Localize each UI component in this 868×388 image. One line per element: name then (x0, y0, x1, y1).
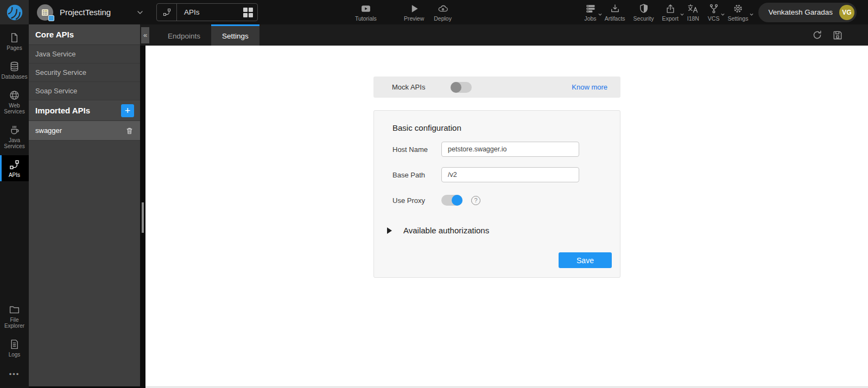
chevron-down-icon (749, 12, 754, 17)
core-apis-header: Core APIs (29, 24, 140, 45)
deploy-button[interactable]: Deploy (430, 3, 455, 22)
api-sidebar: Core APIs Java Service Security Service … (29, 24, 140, 386)
sidebar-item-security-service[interactable]: Security Service (29, 63, 140, 82)
basic-configuration-card: Basic configuration Host Name Base Path … (373, 110, 620, 278)
topbar-right-actions: Jobs Artifacts Security Export (579, 0, 868, 24)
preview-button[interactable]: Preview (401, 3, 427, 22)
globe-icon (9, 90, 20, 101)
imported-apis-title: Imported APIs (35, 106, 90, 115)
tutorials-icon (360, 3, 372, 14)
settings-column: Mock APIs Know more Basic configuration … (373, 46, 620, 278)
rail-more-button[interactable]: ••• (0, 370, 29, 378)
jobs-button[interactable]: Jobs (581, 3, 599, 22)
rail-item-logs[interactable]: Logs (0, 335, 29, 361)
tab-settings[interactable]: Settings (211, 24, 259, 46)
vcs-button[interactable]: VCS (705, 3, 723, 22)
artifacts-download-icon (610, 3, 620, 14)
editor-tab-bar: « Endpoints Settings (140, 24, 868, 46)
base-path-input[interactable] (441, 167, 579, 182)
project-switcher[interactable]: ProjectTesting (37, 4, 144, 21)
add-imported-api-button[interactable]: + (121, 104, 134, 117)
tab-actions (812, 24, 868, 46)
host-name-input[interactable] (441, 142, 579, 157)
artifacts-button[interactable]: Artifacts (602, 3, 628, 22)
i18n-translate-icon (687, 3, 700, 14)
tab-endpoints[interactable]: Endpoints (157, 24, 211, 46)
export-icon (665, 3, 676, 14)
topbar-center-actions: Tutorials Preview Deploy (352, 0, 455, 24)
preview-play-icon (409, 3, 420, 14)
save-file-button[interactable] (832, 30, 843, 41)
sidebar-collapse-button[interactable]: « (141, 27, 149, 43)
user-menu[interactable]: Venkatesh Garadas VG (758, 3, 857, 22)
top-bar: ProjectTesting APIs Tutorials (0, 0, 868, 24)
delete-api-button[interactable] (125, 126, 134, 135)
coffee-cup-icon (9, 124, 20, 136)
available-authorizations-label: Available authorizations (403, 226, 489, 235)
rail-item-web-services[interactable]: Web Services (0, 86, 29, 118)
left-rail: Pages Databases Web Services Java Servic… (0, 24, 29, 388)
database-icon (9, 61, 20, 72)
folder-icon (9, 304, 20, 315)
settings-button[interactable]: Settings (725, 3, 751, 22)
rail-spacer (0, 184, 29, 300)
tutorials-button[interactable]: Tutorials (352, 3, 380, 22)
resource-selector-label: APIs (177, 8, 239, 16)
settings-content: Mock APIs Know more Basic configuration … (145, 46, 868, 386)
rail-item-apis[interactable]: APIs (0, 155, 29, 181)
know-more-link[interactable]: Know more (572, 83, 607, 91)
security-shield-icon (638, 3, 649, 14)
project-name: ProjectTesting (60, 8, 134, 17)
grid-menu-icon[interactable] (239, 8, 257, 17)
scrollbar-thumb[interactable] (142, 202, 144, 233)
floppy-save-icon (832, 30, 843, 41)
apis-node-icon (157, 4, 177, 21)
mock-apis-bar: Mock APIs Know more (373, 77, 620, 98)
chevron-down-icon[interactable] (136, 8, 144, 17)
refresh-icon (812, 29, 823, 41)
apis-node-icon (9, 159, 20, 170)
base-path-row: Base Path (374, 167, 620, 182)
core-apis-title: Core APIs (35, 30, 74, 39)
save-button[interactable]: Save (559, 252, 612, 268)
available-authorizations-row[interactable]: Available authorizations (374, 226, 620, 235)
mock-apis-label: Mock APIs (392, 83, 425, 91)
rail-item-databases[interactable]: Databases (0, 57, 29, 83)
user-name: Venkatesh Garadas (768, 8, 833, 16)
vcs-branch-icon (708, 3, 719, 14)
use-proxy-row: Use Proxy ? (374, 195, 620, 206)
imported-apis-header: Imported APIs + (29, 100, 140, 121)
save-row: Save (374, 252, 620, 268)
page-icon (9, 32, 20, 43)
project-cube-badge (48, 15, 54, 21)
jobs-icon (585, 3, 597, 14)
app-logo[interactable] (0, 0, 29, 24)
project-icon (37, 4, 53, 21)
sidebar-item-java-service[interactable]: Java Service (29, 45, 140, 63)
sidebar-item-swagger[interactable]: swagger (29, 121, 140, 141)
use-proxy-toggle[interactable] (441, 195, 462, 206)
security-button[interactable]: Security (631, 3, 657, 22)
gear-icon (732, 3, 744, 14)
resource-selector[interactable]: APIs (156, 3, 258, 21)
log-file-icon (9, 339, 20, 350)
rail-item-java-services[interactable]: Java Services (0, 120, 29, 152)
i18n-button[interactable]: I18N (684, 3, 702, 22)
wavemaker-logo-icon (5, 3, 24, 22)
help-icon[interactable]: ? (471, 196, 480, 205)
expand-arrow-icon[interactable] (387, 227, 392, 234)
avatar: VG (839, 5, 854, 20)
sidebar-item-soap-service[interactable]: Soap Service (29, 82, 140, 100)
trash-icon (125, 126, 134, 135)
base-path-label: Base Path (392, 171, 441, 179)
card-title: Basic configuration (374, 123, 620, 132)
refresh-button[interactable] (812, 29, 823, 41)
mock-apis-toggle[interactable] (451, 82, 472, 93)
host-name-row: Host Name (374, 142, 620, 157)
rail-item-file-explorer[interactable]: File Explorer (0, 300, 29, 332)
sidebar-vertical-scrollbar[interactable] (140, 46, 145, 386)
deploy-cloud-icon (436, 3, 449, 14)
host-name-label: Host Name (392, 145, 441, 154)
rail-item-pages[interactable]: Pages (0, 28, 29, 54)
export-button[interactable]: Export (660, 3, 681, 22)
